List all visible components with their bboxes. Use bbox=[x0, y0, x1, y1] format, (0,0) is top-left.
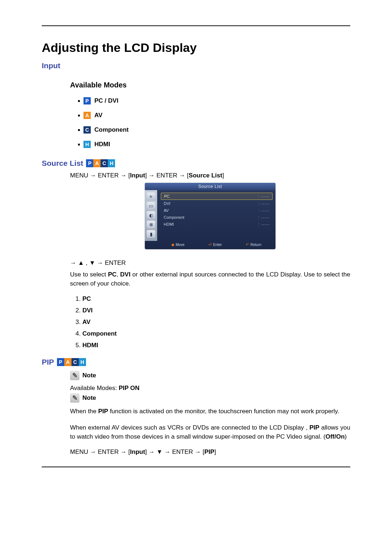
osd-row-value: : ----- bbox=[258, 215, 270, 219]
page-title: Adjusting the LCD Display bbox=[42, 41, 350, 55]
pip-description: When external AV devices such as VCRs or… bbox=[70, 423, 350, 441]
nav-text: MENU → ENTER → [ bbox=[70, 448, 130, 455]
source-numbered-list: PC DVI AV Component HDMI bbox=[74, 295, 350, 349]
osd-side-icon: ◐ bbox=[147, 211, 155, 219]
mode-pc-dvi: P PC / DVI bbox=[78, 97, 350, 104]
mode-hdmi: H HDMI bbox=[78, 141, 350, 148]
list-item: HDMI bbox=[82, 342, 350, 349]
text: ) bbox=[345, 433, 347, 440]
list-item: Component bbox=[82, 330, 350, 337]
text: , bbox=[117, 271, 120, 278]
bold-off-on: Off/On bbox=[326, 433, 345, 440]
text: When the bbox=[70, 408, 98, 415]
nav-text: ] bbox=[222, 172, 224, 179]
list-item: PC bbox=[82, 295, 350, 303]
section-pip: PIP P A C H bbox=[42, 358, 350, 366]
osd-side-icon: ▮ bbox=[147, 230, 155, 238]
mode-pc-dvi-label: PC / DVI bbox=[94, 97, 118, 104]
osd-foot-move: Move bbox=[176, 243, 184, 247]
osd-side-icon: ▭ bbox=[147, 202, 155, 210]
bullet-icon bbox=[78, 100, 80, 102]
osd-row-pc: PC : ----- bbox=[161, 193, 273, 200]
mode-component-label: Component bbox=[94, 126, 128, 134]
note-icon: ✎ bbox=[70, 393, 79, 403]
section-source-list: Source List P A C H bbox=[42, 159, 350, 168]
osd-row-label: DVI bbox=[164, 201, 170, 206]
note-label: Note bbox=[82, 394, 96, 402]
text: When external AV devices such as VCRs or… bbox=[70, 424, 310, 431]
bullet-icon bbox=[78, 115, 80, 116]
tag-h-icon: H bbox=[83, 141, 91, 148]
pip-available-modes: Available Modes: PIP ON bbox=[70, 385, 350, 392]
nav-path-source-list: MENU → ENTER → [Input] → ENTER → [Source… bbox=[70, 172, 350, 179]
tag-a-icon: A bbox=[83, 112, 91, 119]
tag-c-icon: C bbox=[72, 358, 79, 366]
osd-side-icon: ✻ bbox=[147, 221, 155, 229]
tag-p-icon: P bbox=[83, 97, 91, 104]
osd-foot-return: Return bbox=[250, 243, 261, 247]
osd-row-av: AV : ----- bbox=[161, 207, 273, 214]
osd-title: Source List bbox=[145, 183, 275, 190]
osd-screenshot: Source List ⎆ ▭ ◐ ✻ ▮ PC : ----- bbox=[145, 183, 275, 249]
section-source-list-label: Source List bbox=[42, 159, 83, 168]
move-icon: ◆ bbox=[171, 242, 174, 247]
tag-c-icon: C bbox=[101, 159, 108, 167]
osd-row-label: PC bbox=[164, 194, 170, 198]
top-rule bbox=[42, 25, 350, 26]
mode-av-label: AV bbox=[94, 112, 102, 119]
bullet-icon bbox=[78, 129, 80, 131]
osd-row-dvi: DVI : ----- bbox=[161, 200, 273, 207]
tag-c-icon: C bbox=[83, 126, 91, 134]
osd-row-component: Component : ----- bbox=[161, 214, 273, 221]
osd-sidebar: ⎆ ▭ ◐ ✻ ▮ bbox=[145, 190, 157, 241]
source-list-description: Use to select PC, DVI or other external … bbox=[70, 270, 350, 288]
osd-row-hdmi: HDMI : ----- bbox=[161, 221, 273, 227]
mode-hdmi-label: HDMI bbox=[94, 141, 110, 148]
mode-av: A AV bbox=[78, 112, 350, 119]
bold-pip: PIP bbox=[98, 408, 108, 415]
text: Use to select bbox=[70, 271, 108, 278]
osd-row-label: AV bbox=[164, 208, 169, 213]
osd-row-value: : ----- bbox=[258, 194, 269, 198]
section-pip-label: PIP bbox=[42, 358, 54, 366]
osd-main: PC : ----- DVI : ----- AV : ----- Comp bbox=[157, 190, 275, 241]
text: function is activated on the monitor, th… bbox=[108, 408, 339, 415]
osd-footer: ◆Move ⏎Enter ↶Return bbox=[145, 241, 275, 249]
list-item: AV bbox=[82, 319, 350, 326]
nav-path-pip: MENU → ENTER → [Input] → ▼ → ENTER → [PI… bbox=[70, 448, 350, 456]
note-icon: ✎ bbox=[70, 371, 79, 380]
bottom-rule bbox=[42, 467, 350, 467]
tag-a-icon: A bbox=[64, 358, 72, 366]
heading-available-modes: Available Modes bbox=[70, 81, 350, 89]
enter-icon: ⏎ bbox=[208, 242, 212, 247]
tag-h-icon: H bbox=[79, 358, 86, 366]
nav-bold-pip: PIP bbox=[204, 448, 214, 455]
nav-text: ] → ▼ → ENTER → [ bbox=[145, 448, 204, 455]
osd-row-label: Component bbox=[164, 215, 184, 219]
tag-h-icon: H bbox=[108, 159, 115, 167]
nav-bold-input: Input bbox=[130, 172, 145, 179]
nav-text: ] bbox=[214, 448, 216, 455]
tag-a-icon: A bbox=[93, 159, 101, 167]
text: Available Modes: bbox=[70, 385, 119, 391]
nav-text: MENU → ENTER → [ bbox=[70, 172, 130, 179]
nav-bold-input: Input bbox=[130, 448, 145, 455]
pip-touchscreen-warning: When the PIP function is activated on th… bbox=[70, 407, 350, 416]
return-icon: ↶ bbox=[246, 242, 249, 247]
note-1: ✎ Note bbox=[70, 371, 350, 380]
bold-dvi: DVI bbox=[120, 271, 130, 278]
tag-p-icon: P bbox=[86, 159, 93, 167]
bold-pc: PC bbox=[108, 271, 117, 278]
nav-text: ] → ENTER → [ bbox=[145, 172, 189, 179]
list-item: DVI bbox=[82, 307, 350, 314]
available-modes-list: P PC / DVI A AV C Component H HDMI bbox=[78, 97, 350, 148]
osd-side-icon: ⎆ bbox=[147, 192, 155, 200]
osd-row-value: : ----- bbox=[258, 201, 270, 206]
bold-pip-on: PIP ON bbox=[119, 385, 139, 391]
bullet-icon bbox=[78, 144, 80, 145]
section-input: Input bbox=[42, 61, 350, 70]
osd-row-value: : ----- bbox=[258, 222, 270, 226]
note-label: Note bbox=[82, 372, 96, 379]
osd-row-value: : ----- bbox=[258, 208, 270, 213]
pip-tags: P A C H bbox=[57, 358, 86, 366]
